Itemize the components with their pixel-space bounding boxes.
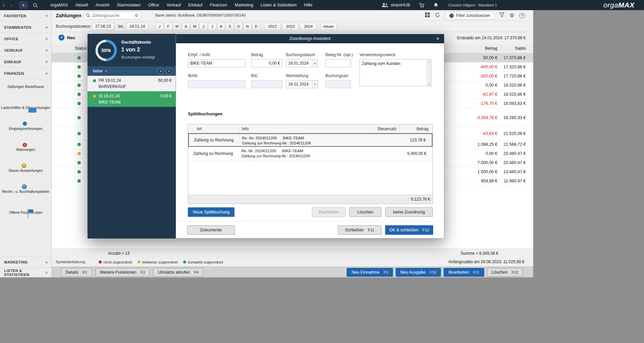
betrag-input[interactable] <box>251 59 282 67</box>
column-header-saldo[interactable]: Saldo <box>515 44 526 53</box>
sidebar-item[interactable]: Offene Posten-Listen <box>0 207 51 228</box>
split-row[interactable]: Zahlung zu Rechnung Re.-Nr: 2024011206BI… <box>188 133 432 147</box>
buchungsart-input[interactable] <box>325 80 351 88</box>
menu-item[interactable]: Stammdaten <box>113 0 145 10</box>
menu-item[interactable]: Office <box>145 0 163 10</box>
payment-search[interactable]: ⚙ <box>83 12 141 19</box>
add-icon[interactable]: + <box>19 1 28 9</box>
function-button[interactable]: LöschenF12 <box>487 268 523 277</box>
sidebar-section[interactable]: FAVORITEN <box>0 10 51 22</box>
beleg-input[interactable] <box>325 59 351 67</box>
sidebar-item[interactable]: Rechn.- u. Buchhaltungslisten <box>0 186 51 207</box>
search-input[interactable] <box>92 13 133 18</box>
wertstellung-select[interactable]: 16.01.2024 ▼ <box>286 80 318 88</box>
booking-item[interactable]: FR 19.01.24 50,00 € BARVERKAUF <box>88 76 176 91</box>
sidebar-section[interactable]: EINKAUF <box>0 56 51 68</box>
filter-reset-button[interactable]: i Filter zurücksetzen <box>445 12 494 20</box>
sidebar-section-listen[interactable]: LISTEN & STATISTIKEN <box>0 268 51 277</box>
booking-date: FR 19.01.24 <box>99 78 121 83</box>
documents-button[interactable]: Dokumente <box>187 225 235 235</box>
settings-gear-icon[interactable]: ⚙ <box>510 13 514 18</box>
close-button[interactable]: SchließenF11 <box>338 225 381 235</box>
month-button[interactable]: D <box>252 23 260 30</box>
year-button[interactable]: 2022 <box>264 23 281 30</box>
menu-item[interactable]: Verkauf <box>163 0 184 10</box>
month-button[interactable]: A <box>182 23 190 30</box>
date-from-input[interactable] <box>92 23 114 30</box>
menu-item[interactable]: Aktuell <box>72 0 92 10</box>
search-icon[interactable] <box>33 3 38 8</box>
function-button[interactable]: DetailsF2 <box>61 268 92 277</box>
search-settings-gear-icon[interactable]: ⚙ <box>134 13 139 18</box>
function-button[interactable]: Umsätze abrufenF4 <box>153 268 203 277</box>
function-button[interactable]: Neu EinnahmeF9 <box>347 268 393 277</box>
sharehub-button[interactable]: shareHUB <box>381 3 410 7</box>
no-assignment-button[interactable]: keine Zuordnung <box>385 207 433 217</box>
back-icon[interactable]: ‹ <box>0 0 7 10</box>
forward-icon[interactable]: › <box>7 0 15 10</box>
sidebar-item[interactable]: Mahnungen <box>0 144 51 165</box>
sidebar-section[interactable]: OFFICE <box>0 33 51 45</box>
new-payment-button[interactable]: + Neu <box>58 35 75 41</box>
grid-view-icon[interactable] <box>425 13 430 19</box>
bell-icon[interactable] <box>434 3 438 8</box>
month-button[interactable]: J <box>208 23 216 30</box>
iban-input[interactable] <box>188 80 245 88</box>
empf-input[interactable] <box>188 59 245 67</box>
menu-item[interactable]: Hilfe <box>300 0 316 10</box>
menu-item[interactable]: Marketing <box>231 0 257 10</box>
delete-button[interactable]: Löschen <box>349 207 381 217</box>
split-row[interactable]: Zahlung zu Rechnung Re.-Nr: 2024011205BI… <box>188 147 432 160</box>
date-to-input[interactable] <box>126 23 148 30</box>
year-button[interactable]: 2024 <box>300 23 317 30</box>
month-button[interactable]: S <box>226 23 234 30</box>
function-button[interactable]: BearbeitenF11 <box>444 268 484 277</box>
function-button[interactable]: Neu AusgabeF10 <box>396 268 441 277</box>
month-button[interactable]: N <box>243 23 251 30</box>
month-button[interactable]: O <box>234 23 243 30</box>
menu-item[interactable]: orgaMAX <box>47 0 72 10</box>
month-button[interactable]: F <box>164 23 172 30</box>
sidebar-section[interactable]: VERKAUF <box>0 45 51 56</box>
year-button[interactable]: 2023 <box>282 23 299 30</box>
filter-dropdown[interactable]: keine ∨ ∧ ∨ <box>88 66 176 76</box>
today-button[interactable]: Heute <box>320 23 337 30</box>
sidebar-section[interactable]: STAMMDATEN <box>0 22 51 33</box>
menu-item[interactable]: Listen & Statistiken <box>257 0 300 10</box>
next-booking-button[interactable]: ∨ <box>166 68 172 74</box>
refresh-icon[interactable] <box>435 12 440 19</box>
user-label[interactable]: Carsten Hilgers - Mandant 1 <box>448 3 497 7</box>
betrag-value: 1.500,00 € <box>477 167 497 176</box>
menu-item[interactable]: Finanzen <box>206 0 231 10</box>
verwendungszweck-textarea[interactable]: Zahlung vom Kunden ▲▼ <box>360 59 431 86</box>
month-button[interactable]: A <box>217 23 225 30</box>
month-button[interactable]: J <box>155 23 164 30</box>
ok-close-button[interactable]: OK & schließenF12 <box>385 225 433 235</box>
new-split-button[interactable]: Neue Splittbuchung <box>188 207 234 217</box>
sidebar-item[interactable]: Zahlungen Bank/Kasse <box>0 81 51 102</box>
edit-button[interactable]: Bearbeiten <box>312 207 346 217</box>
scrollbar[interactable]: ▲▼ <box>427 60 431 86</box>
menu-item[interactable]: Einkauf <box>184 0 206 10</box>
sidebar-item[interactable]: Steuer-Auswertungen <box>0 165 51 186</box>
booking-item[interactable]: DI 16.01.24 0,00 € BIKE-TEAM <box>88 91 176 107</box>
sidebar-section-marketing[interactable]: MARKETING <box>0 256 51 268</box>
bottom-left-buttons: DetailsF2 Weitere FunktionenF3 Umsätze a… <box>61 268 203 277</box>
column-header-status[interactable]: Status <box>52 44 87 53</box>
sidebar-item[interactable]: Eingangsrechnungen <box>0 123 51 144</box>
cart-icon[interactable] <box>419 3 425 8</box>
function-button[interactable]: Weitere FunktionenF3 <box>95 268 150 277</box>
help-icon[interactable]: ? <box>519 13 525 19</box>
buchungsdatum-select[interactable]: 16.01.2024 ▼ <box>286 59 318 67</box>
close-icon[interactable]: × <box>434 34 442 43</box>
filter-icon[interactable] <box>499 13 504 19</box>
bic-input[interactable] <box>251 80 282 88</box>
sidebar-item[interactable]: Lastschriften & Überweisungen <box>0 102 51 123</box>
menu-item[interactable]: Ansicht <box>92 0 113 10</box>
sidebar-section[interactable]: FINANZEN <box>0 68 51 79</box>
month-button[interactable]: M <box>191 23 199 30</box>
previous-booking-button[interactable]: ∧ <box>157 68 164 74</box>
month-button[interactable]: J <box>199 23 207 30</box>
column-header-betrag[interactable]: Betrag <box>485 44 497 53</box>
month-button[interactable]: M <box>173 23 181 30</box>
